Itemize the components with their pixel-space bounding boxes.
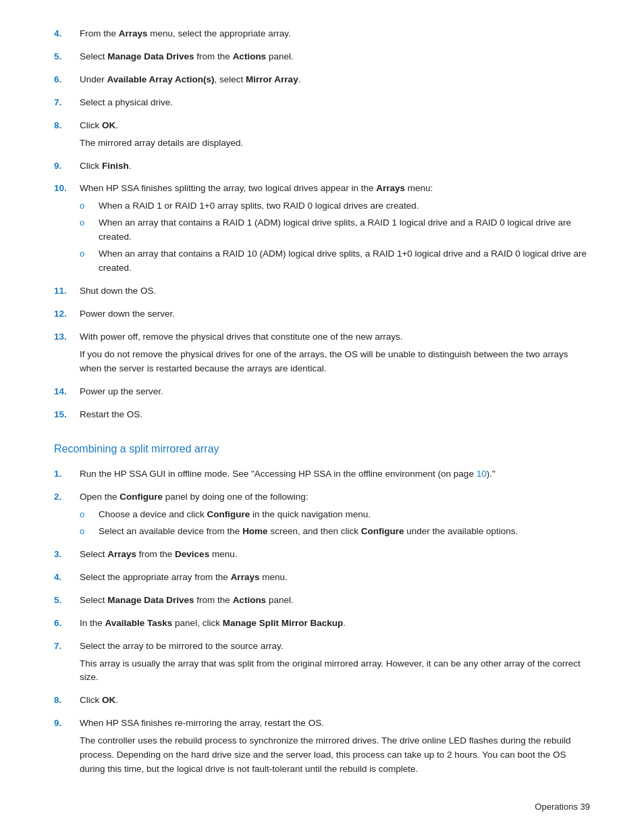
step-content: When HP SSA finishes re-mirroring the ar…	[80, 716, 590, 780]
step-text: Restart the OS.	[80, 408, 590, 422]
list-item: oWhen a RAID 1 or RAID 1+0 array splits,…	[80, 199, 590, 213]
step-text: Open the Configure panel by doing one of…	[80, 490, 590, 504]
step-number: 4.	[54, 27, 80, 41]
step-text: Select Arrays from the Devices menu.	[80, 548, 590, 562]
step-content: From the Arrays menu, select the appropr…	[80, 27, 590, 45]
list-item: 8.Click OK.The mirrored array details ar…	[54, 119, 590, 154]
note-text: This array is usually the array that was…	[80, 657, 590, 685]
step-content: When HP SSA finishes splitting the array…	[80, 182, 590, 279]
list-item: 1.Run the HP SSA GUI in offline mode. Se…	[54, 467, 590, 485]
step-text: Under Available Array Action(s), select …	[80, 73, 590, 87]
sub-item-text: Select an available device from the Home…	[99, 525, 590, 539]
sub-list: oChoose a device and click Configure in …	[80, 508, 590, 539]
step-content: Open the Configure panel by doing one of…	[80, 490, 590, 542]
step-content: Restart the OS.	[80, 408, 590, 425]
step-text: When HP SSA finishes splitting the array…	[80, 182, 590, 196]
step-content: Select Arrays from the Devices menu.	[80, 548, 590, 565]
page: 4.From the Arrays menu, select the appro…	[0, 0, 644, 834]
list-item: 9.When HP SSA finishes re-mirroring the …	[54, 716, 590, 780]
list-item: 13.With power off, remove the physical d…	[54, 330, 590, 380]
list-item: 15.Restart the OS.	[54, 408, 590, 425]
sub-bullet-icon: o	[80, 199, 99, 213]
step-text: Click OK.	[80, 119, 590, 133]
note-text: The controller uses the rebuild process …	[80, 734, 590, 777]
step-content: Click Finish.	[80, 159, 590, 177]
step-text: Power down the server.	[80, 307, 590, 321]
step-text: Shut down the OS.	[80, 284, 590, 298]
bottom-steps-list: 1.Run the HP SSA GUI in offline mode. Se…	[54, 467, 590, 780]
step-text: Select the appropriate array from the Ar…	[80, 571, 590, 585]
list-item: 2.Open the Configure panel by doing one …	[54, 490, 590, 542]
list-item: 6.In the Available Tasks panel, click Ma…	[54, 617, 590, 634]
step-number: 7.	[54, 640, 80, 654]
step-text: Power up the server.	[80, 385, 590, 399]
step-number: 8.	[54, 119, 80, 133]
step-text: Select a physical drive.	[80, 96, 590, 110]
list-item: oSelect an available device from the Hom…	[80, 525, 590, 539]
sub-bullet-icon: o	[80, 247, 99, 261]
top-steps-list: 4.From the Arrays menu, select the appro…	[54, 27, 590, 425]
step-content: Select the appropriate array from the Ar…	[80, 571, 590, 588]
step-number: 9.	[54, 159, 80, 174]
step-number: 12.	[54, 307, 80, 321]
list-item: oWhen an array that contains a RAID 1 (A…	[80, 216, 590, 244]
step-content: Select the array to be mirrored to the s…	[80, 640, 590, 689]
step-content: Power down the server.	[80, 307, 590, 325]
page-footer: Operations 39	[535, 800, 590, 814]
step-number: 1.	[54, 467, 80, 481]
step-content: In the Available Tasks panel, click Mana…	[80, 617, 590, 634]
step-content: Run the HP SSA GUI in offline mode. See …	[80, 467, 590, 485]
step-number: 15.	[54, 408, 80, 422]
step-content: Power up the server.	[80, 385, 590, 402]
step-text: When HP SSA finishes re-mirroring the ar…	[80, 716, 590, 731]
step-number: 9.	[54, 716, 80, 731]
list-item: 5.Select Manage Data Drives from the Act…	[54, 50, 590, 68]
step-text: In the Available Tasks panel, click Mana…	[80, 617, 590, 631]
step-text: Select the array to be mirrored to the s…	[80, 640, 590, 654]
step-number: 2.	[54, 490, 80, 504]
note-text: The mirrored array details are displayed…	[80, 136, 590, 151]
step-text: Click Finish.	[80, 159, 590, 174]
step-text: Select Manage Data Drives from the Actio…	[80, 50, 590, 64]
list-item: 5.Select Manage Data Drives from the Act…	[54, 594, 590, 611]
step-content: Click OK.The mirrored array details are …	[80, 119, 590, 154]
step-number: 5.	[54, 594, 80, 608]
step-number: 13.	[54, 330, 80, 344]
step-number: 7.	[54, 96, 80, 110]
sub-item-text: Choose a device and click Configure in t…	[99, 508, 590, 522]
list-item: 4.From the Arrays menu, select the appro…	[54, 27, 590, 45]
step-content: Click OK.	[80, 694, 590, 711]
list-item: 11.Shut down the OS.	[54, 284, 590, 302]
list-item: 12.Power down the server.	[54, 307, 590, 325]
list-item: 6.Under Available Array Action(s), selec…	[54, 73, 590, 90]
step-text: With power off, remove the physical driv…	[80, 330, 590, 344]
sub-list: oWhen a RAID 1 or RAID 1+0 array splits,…	[80, 199, 590, 276]
step-text: Run the HP SSA GUI in offline mode. See …	[80, 467, 590, 481]
step-number: 6.	[54, 617, 80, 631]
step-content: With power off, remove the physical driv…	[80, 330, 590, 380]
step-text: Click OK.	[80, 694, 590, 708]
sub-bullet-icon: o	[80, 216, 99, 230]
list-item: 3.Select Arrays from the Devices menu.	[54, 548, 590, 565]
list-item: 7.Select the array to be mirrored to the…	[54, 640, 590, 689]
step-number: 8.	[54, 694, 80, 708]
step-text: Select Manage Data Drives from the Actio…	[80, 594, 590, 608]
step-text: From the Arrays menu, select the appropr…	[80, 27, 590, 41]
list-item: oChoose a device and click Configure in …	[80, 508, 590, 522]
sub-bullet-icon: o	[80, 508, 99, 521]
sub-item-text: When a RAID 1 or RAID 1+0 array splits, …	[99, 199, 590, 213]
note-text: If you do not remove the physical drives…	[80, 348, 590, 376]
list-item: 10.When HP SSA finishes splitting the ar…	[54, 182, 590, 279]
step-number: 10.	[54, 182, 80, 196]
step-content: Under Available Array Action(s), select …	[80, 73, 590, 90]
step-number: 14.	[54, 385, 80, 399]
step-number: 4.	[54, 571, 80, 585]
step-number: 6.	[54, 73, 80, 87]
list-item: 9.Click Finish.	[54, 159, 590, 177]
list-item: 7.Select a physical drive.	[54, 96, 590, 113]
sub-bullet-icon: o	[80, 525, 99, 538]
sub-item-text: When an array that contains a RAID 10 (A…	[99, 247, 590, 276]
list-item: 8.Click OK.	[54, 694, 590, 711]
sub-item-text: When an array that contains a RAID 1 (AD…	[99, 216, 590, 244]
list-item: oWhen an array that contains a RAID 10 (…	[80, 247, 590, 276]
